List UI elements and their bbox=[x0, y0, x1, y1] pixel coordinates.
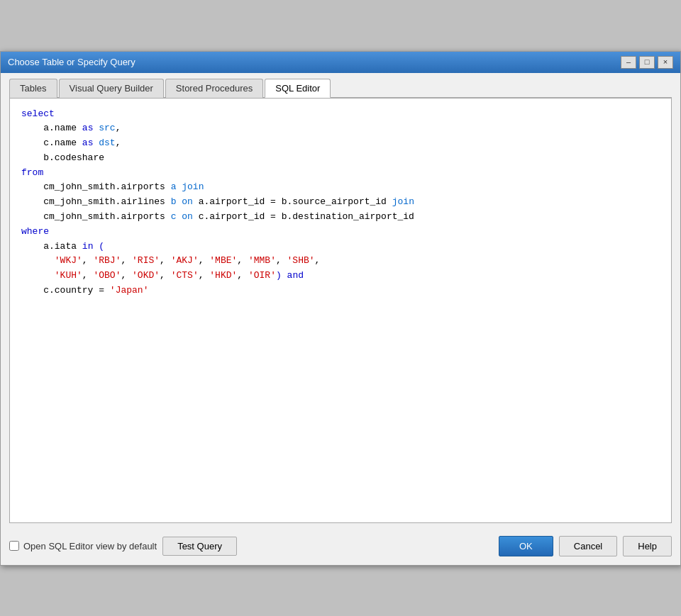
tab-tables[interactable]: Tables bbox=[9, 79, 57, 98]
bottom-section: Open SQL Editor view by default Test Que… bbox=[1, 529, 680, 565]
window-controls: – □ × bbox=[621, 56, 673, 69]
sql-editor-default-text: Open SQL Editor view by default bbox=[23, 541, 157, 551]
title-bar: Choose Table or Specify Query – □ × bbox=[1, 52, 680, 73]
maximize-button[interactable]: □ bbox=[639, 56, 655, 69]
sql-editor-area[interactable]: select a.name as src, c.name as dst, b.c… bbox=[9, 98, 672, 523]
sql-editor-default-label[interactable]: Open SQL Editor view by default bbox=[9, 541, 157, 551]
bottom-left-controls: Open SQL Editor view by default Test Que… bbox=[9, 537, 237, 556]
tab-sql-editor[interactable]: SQL Editor bbox=[265, 79, 331, 98]
sql-editor-default-checkbox[interactable] bbox=[9, 541, 19, 551]
cancel-button[interactable]: Cancel bbox=[559, 536, 617, 556]
close-button[interactable]: × bbox=[658, 56, 673, 69]
bottom-row: Open SQL Editor view by default Test Que… bbox=[9, 536, 672, 556]
dialog-title: Choose Table or Specify Query bbox=[8, 57, 135, 67]
help-button[interactable]: Help bbox=[623, 536, 672, 556]
tab-bar: Tables Visual Query Builder Stored Proce… bbox=[9, 79, 672, 98]
tab-stored-procedures[interactable]: Stored Procedures bbox=[165, 79, 263, 98]
test-query-button[interactable]: Test Query bbox=[162, 537, 237, 556]
dialog-body: Tables Visual Query Builder Stored Proce… bbox=[1, 73, 680, 529]
ok-button[interactable]: OK bbox=[499, 536, 553, 556]
action-buttons: OK Cancel Help bbox=[499, 536, 672, 556]
dialog-window: Choose Table or Specify Query – □ × Tabl… bbox=[0, 51, 681, 566]
minimize-button[interactable]: – bbox=[621, 56, 636, 69]
tab-visual-query-builder[interactable]: Visual Query Builder bbox=[59, 79, 164, 98]
